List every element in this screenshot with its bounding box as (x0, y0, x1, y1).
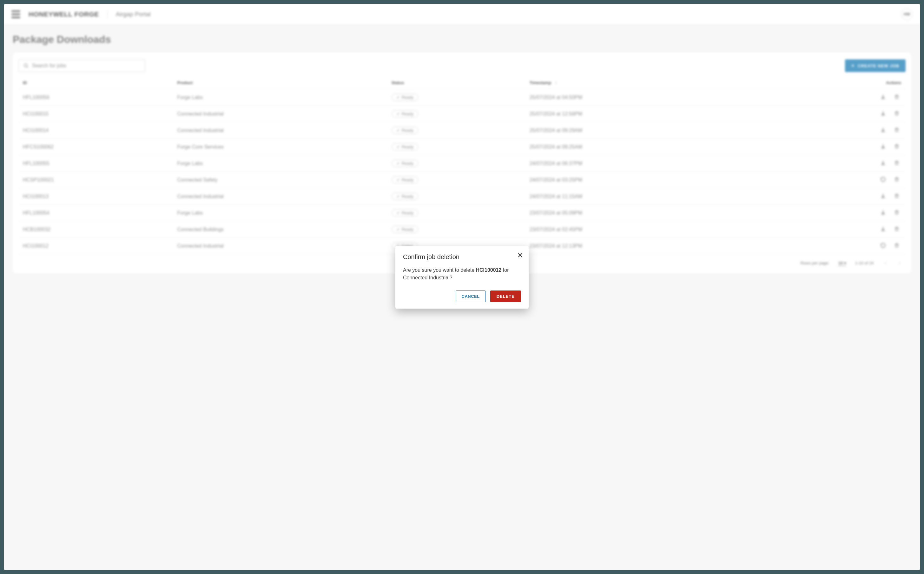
delete-button[interactable]: DELETE (490, 290, 521, 302)
dialog-job-id: HCI100012 (476, 267, 501, 273)
close-icon[interactable]: ✕ (517, 252, 523, 259)
app-window: HONEYWELL FORGE Airgap Portal HW Package… (4, 4, 920, 570)
confirm-delete-dialog: Confirm job deletion ✕ Are you sure you … (395, 246, 529, 309)
modal-scrim[interactable]: Confirm job deletion ✕ Are you sure you … (4, 4, 920, 570)
dialog-actions: CANCEL DELETE (403, 290, 521, 302)
dialog-title: Confirm job deletion (403, 253, 521, 261)
cancel-button[interactable]: CANCEL (456, 290, 486, 302)
dialog-body: Are you sure you want to delete HCI10001… (403, 266, 521, 282)
